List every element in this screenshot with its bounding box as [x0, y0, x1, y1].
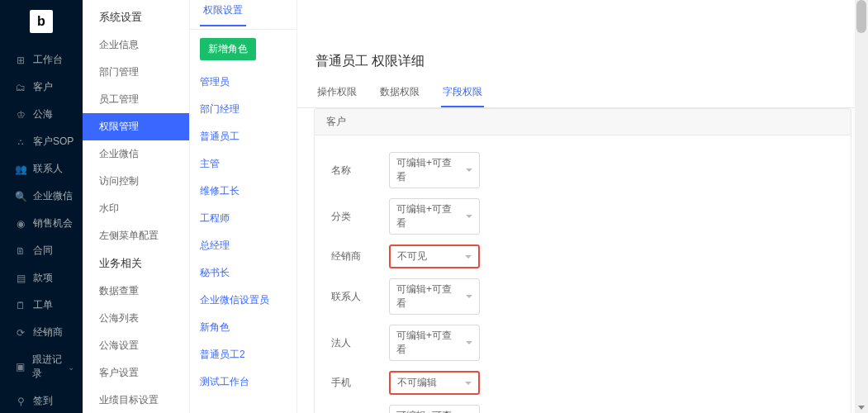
tab[interactable]: 字段权限	[441, 78, 484, 107]
field-row: 名称可编辑+可查看	[315, 147, 851, 193]
role-item[interactable]: 企业微信设置员	[190, 287, 296, 314]
scrollbar[interactable]	[855, 0, 868, 413]
sidebar-left: b ⊞工作台🗂客户♔公海⛬客户SOP👥联系人🔍企业微信◉销售机会🗎合同▤款项🗒工…	[0, 0, 83, 413]
sidebar-item[interactable]: 水印	[83, 195, 189, 222]
nav-icon: ⛬	[15, 136, 26, 148]
field-label: 法人	[331, 336, 389, 350]
nav-item-4[interactable]: 👥联系人	[0, 155, 83, 183]
nav-item-5[interactable]: 🔍企业微信	[0, 183, 83, 210]
role-tab[interactable]: 权限设置	[200, 3, 246, 26]
main-panel: 普通员工 权限详细 操作权限数据权限字段权限 客户 名称可编辑+可查看分类可编辑…	[297, 0, 868, 413]
field-label: 联系人	[331, 290, 389, 304]
nav-icon: 🗂	[15, 82, 26, 93]
nav-icon: ◉	[15, 218, 26, 230]
role-tab-header: 权限设置	[190, 0, 296, 30]
sidebar-item[interactable]: 访问控制	[83, 168, 189, 195]
nav-label: 经销商	[33, 325, 63, 339]
nav-item-8[interactable]: ▤款项	[0, 264, 83, 292]
nav-icon: 🔍	[15, 191, 26, 202]
field-row: 联系人可编辑+可查看	[315, 273, 851, 320]
nav-icon: ▤	[15, 273, 26, 284]
field-select[interactable]: 可编辑+可查看	[389, 198, 480, 235]
nav-label: 跟进记录	[32, 353, 68, 381]
sidebar-item[interactable]: 客户设置	[83, 359, 189, 387]
role-item[interactable]: 测试工作台	[190, 368, 296, 396]
nav-label: 工单	[33, 298, 53, 312]
nav-item-11[interactable]: ▣跟进记录⌄	[0, 346, 83, 387]
role-item[interactable]: 新角色	[190, 314, 296, 341]
sidebar-item[interactable]: 企业信息	[83, 31, 189, 59]
nav-item-7[interactable]: 🗎合同	[0, 237, 83, 264]
role-item[interactable]: 管理员	[190, 69, 296, 96]
tab[interactable]: 数据权限	[378, 78, 421, 107]
field-row: 分类可编辑+可查看	[315, 193, 851, 240]
nav-label: 款项	[33, 271, 53, 285]
nav-item-10[interactable]: ⟳经销商	[0, 319, 83, 346]
sidebar-item[interactable]: 业绩目标设置	[83, 387, 189, 413]
nav-icon: 👥	[15, 164, 26, 175]
nav-item-2[interactable]: ♔公海	[0, 101, 83, 128]
nav-label: 销售机会	[33, 216, 73, 230]
nav-label: 公海	[33, 107, 53, 121]
nav-label: 联系人	[33, 162, 63, 176]
field-select[interactable]: 可编辑+可查看	[389, 278, 480, 315]
scroll-down-icon[interactable]	[858, 406, 865, 410]
field-label: 分类	[331, 210, 389, 224]
app-root: b ⊞工作台🗂客户♔公海⛬客户SOP👥联系人🔍企业微信◉销售机会🗎合同▤款项🗒工…	[0, 0, 868, 413]
nav-icon: ▣	[15, 361, 26, 373]
chevron-down-icon: ⌄	[68, 363, 74, 372]
nav-item-6[interactable]: ◉销售机会	[0, 210, 83, 237]
nav-label: 企业微信	[33, 189, 73, 203]
role-column: 权限设置 新增角色 管理员部门经理普通员工主管维修工长工程师总经理秘书长企业微信…	[190, 0, 297, 413]
nav-icon: ⟳	[15, 327, 26, 339]
field-select[interactable]: 可编辑+可查看	[389, 405, 480, 413]
tab[interactable]: 操作权限	[315, 78, 358, 107]
nav-item-1[interactable]: 🗂客户	[0, 74, 83, 101]
role-item[interactable]: 维修工长	[190, 178, 296, 205]
nav-item-0[interactable]: ⊞工作台	[0, 46, 83, 74]
nav-icon: ⊞	[15, 55, 26, 66]
nav-icon: ♔	[15, 109, 26, 121]
sidebar-item[interactable]: 员工管理	[83, 86, 189, 113]
add-role-button[interactable]: 新增角色	[200, 38, 256, 60]
sidebar-group-title: 系统设置	[83, 3, 189, 31]
field-permission-form: 名称可编辑+可查看分类可编辑+可查看经销商不可见联系人可编辑+可查看法人可编辑+…	[314, 135, 851, 413]
sidebar-item[interactable]: 数据查重	[83, 278, 189, 305]
field-select[interactable]: 可编辑+可查看	[389, 325, 480, 361]
sidebar-settings: 系统设置企业信息部门管理员工管理权限管理企业微信访问控制水印左侧菜单配置业务相关…	[83, 0, 190, 413]
sidebar-item[interactable]: 权限管理	[83, 113, 189, 140]
nav-label: 客户	[33, 80, 53, 94]
sidebar-item[interactable]: 左侧菜单配置	[83, 222, 189, 249]
page-title: 普通员工 权限详细	[297, 30, 868, 78]
role-item[interactable]: 工程师	[190, 205, 296, 232]
field-row: 经销商不可见	[315, 240, 851, 273]
nav-item-12[interactable]: ⚲签到	[0, 387, 83, 413]
sidebar-item[interactable]: 公海设置	[83, 332, 189, 359]
nav-label: 签到	[33, 394, 53, 408]
field-select[interactable]: 不可见	[389, 244, 480, 268]
scroll-thumb[interactable]	[856, 0, 866, 33]
nav-item-3[interactable]: ⛬客户SOP	[0, 128, 83, 155]
field-label: 名称	[331, 164, 389, 178]
role-item[interactable]: 普通员工	[190, 123, 296, 150]
field-label: 手机	[331, 376, 389, 390]
sidebar-item[interactable]: 企业微信	[83, 140, 189, 168]
nav-item-9[interactable]: 🗒工单	[0, 292, 83, 319]
field-select[interactable]: 不可编辑	[389, 371, 480, 395]
role-item[interactable]: 秘书长	[190, 259, 296, 287]
role-item[interactable]: 部门经理	[190, 96, 296, 123]
field-select[interactable]: 可编辑+可查看	[389, 152, 480, 188]
role-item[interactable]: 普通员工2	[190, 341, 296, 368]
section-header: 客户	[314, 108, 851, 135]
role-item[interactable]: 主管	[190, 150, 296, 178]
sidebar-group-title: 业务相关	[83, 249, 189, 278]
nav-label: 客户SOP	[33, 135, 74, 149]
sidebar-item[interactable]: 公海列表	[83, 305, 189, 332]
role-item[interactable]: 总经理	[190, 232, 296, 259]
sidebar-item[interactable]: 部门管理	[83, 59, 189, 86]
nav-label: 工作台	[33, 53, 63, 67]
field-row: 法人可编辑+可查看	[315, 320, 851, 366]
nav-icon: 🗎	[15, 245, 26, 257]
permission-tabs: 操作权限数据权限字段权限	[297, 78, 868, 108]
field-row: 手机不可编辑	[315, 366, 851, 400]
